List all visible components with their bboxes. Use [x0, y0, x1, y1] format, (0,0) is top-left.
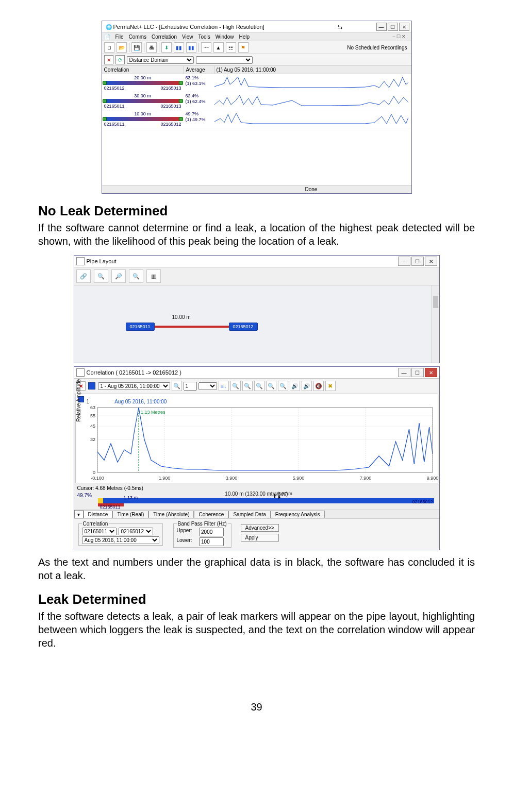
maximize-button[interactable]: ☐	[388, 23, 398, 31]
tab-frequency[interactable]: Frequency Analysis	[271, 511, 325, 518]
new-icon[interactable]: 🗋	[104, 42, 114, 53]
mdi-controls[interactable]: – ☐ ✕	[392, 34, 409, 40]
corr-date-select[interactable]: Aug 05 2016, 11:00:00	[82, 536, 159, 544]
pipe-segment	[146, 326, 234, 328]
logger-node-a[interactable]: 02165011	[126, 323, 155, 331]
para-no-leak-intro: If the software cannot determine or find…	[38, 221, 475, 248]
clear-icon[interactable]: ✖	[325, 381, 336, 391]
svg-text:-0.100: -0.100	[91, 476, 104, 481]
print-icon[interactable]: 🖶	[146, 42, 157, 53]
sound-a-icon[interactable]: 🔊	[290, 381, 300, 391]
filter-up-icon[interactable]: ▲	[213, 42, 224, 53]
menu-window[interactable]: Window	[216, 34, 234, 40]
correlation-row[interactable]: 30.00 m 02165011 02165013 62.4% (1) 62.4…	[102, 92, 411, 110]
magnifier-icon[interactable]: 🔍	[129, 269, 143, 283]
apply-button[interactable]: Apply	[241, 534, 279, 542]
correlation-list: 20.00 m 02165012 02165013 63.1% (1) 63.1…	[102, 74, 411, 185]
flag-icon[interactable]: ⚑	[238, 42, 249, 53]
download-icon[interactable]: ⬇	[161, 42, 172, 53]
filter-panel: Correlation 02165011 02165012 Aug 05 201…	[74, 518, 439, 550]
restore-button[interactable]: ☐	[411, 368, 424, 377]
link-icon[interactable]: 🔗	[76, 269, 91, 283]
svg-text:32: 32	[90, 437, 95, 442]
search-icon[interactable]: 🔍	[172, 381, 182, 391]
zoom-e-icon[interactable]: 🔍	[278, 381, 288, 391]
svg-text:1.13 Metres: 1.13 Metres	[140, 410, 165, 415]
minimize-button[interactable]: —	[398, 368, 410, 377]
close-button[interactable]: ✕	[399, 23, 409, 31]
row-avg: 63.1%	[186, 75, 211, 81]
row-logger-a: 02165011	[104, 122, 125, 127]
pipe-ruler: 49.7% 10.00 m (1320.00 mtrs/sec) 0216501…	[77, 492, 436, 510]
tab-menu-button[interactable]: ▾	[74, 510, 84, 518]
logger-a-icon[interactable]: ▮▮	[174, 42, 184, 53]
logger-node-b[interactable]: 02165012	[229, 323, 258, 331]
zoom-fit-icon[interactable]: 🔎	[111, 269, 126, 283]
correlation-row[interactable]: 20.00 m 02165012 02165013 63.1% (1) 63.1…	[102, 74, 411, 92]
row-distance: 30.00 m	[104, 93, 181, 98]
menu-correlation[interactable]: Correlation	[152, 34, 177, 40]
row-avg-sub: (1) 49.7%	[186, 117, 211, 123]
zoom-c-icon[interactable]: 🔍	[254, 381, 264, 391]
refresh-button[interactable]: ⟳	[115, 55, 125, 64]
corr-logger-a-select[interactable]: 02165011	[82, 528, 117, 535]
open-icon[interactable]: 📂	[117, 42, 127, 53]
close-button[interactable]: ✕	[425, 368, 437, 377]
wave-icon[interactable]: 〰	[201, 42, 211, 53]
menu-tools[interactable]: Tools	[198, 34, 210, 40]
titlebar[interactable]: Pipe Layout — ☐ ✕	[74, 256, 439, 267]
window-title: Correlation ( 02165011 -> 02165012 )	[87, 369, 398, 376]
lower-field[interactable]	[199, 537, 224, 546]
advanced-button[interactable]: Advanced>>	[241, 524, 279, 532]
domain-value-select[interactable]	[196, 56, 253, 64]
close-button[interactable]: ✕	[425, 257, 437, 266]
svg-text:5.900: 5.900	[292, 476, 304, 481]
zoom-icon[interactable]: 🔍	[94, 269, 108, 283]
view-tabs: ▾ Distance Time (Real) Time (Absolute) C…	[74, 510, 439, 518]
scrollbar[interactable]	[432, 285, 439, 363]
markers-icon[interactable]: ≡↓	[219, 381, 229, 391]
zoom-a-icon[interactable]: 🔍	[230, 381, 241, 391]
minimize-button[interactable]: —	[398, 257, 410, 266]
tab-time-absolute[interactable]: Time (Absolute)	[148, 511, 194, 518]
domain-select[interactable]: Distance Domain	[127, 56, 194, 64]
sound-b-icon[interactable]: 🔊	[302, 381, 312, 391]
col-correlation: Correlation	[102, 66, 184, 74]
zoom-d-icon[interactable]: 🔍	[266, 381, 276, 391]
tab-distance[interactable]: Distance	[84, 511, 113, 518]
svg-text:7.900: 7.900	[359, 476, 371, 481]
menu-comms[interactable]: Comms	[129, 34, 146, 40]
titlebar[interactable]: 🌐 PermaNet+ LLC - [Exhaustive Correlatio…	[102, 21, 411, 32]
correlation-group-label: Correlation	[82, 521, 109, 527]
correlation-chart[interactable]: 1 Aug 05 2016, 11:00:00 Relative Amplitu…	[75, 394, 438, 483]
row-avg: 49.7%	[186, 111, 211, 117]
tab-sampled-data[interactable]: Sampled Data	[228, 511, 270, 518]
series-select[interactable]: 1 - Aug 05 2016, 11:00:00	[98, 382, 170, 390]
delete-button[interactable]: ✕	[104, 55, 113, 64]
logger-b-icon[interactable]: ▮▮	[186, 42, 196, 53]
menu-file[interactable]: File	[115, 34, 124, 40]
menu-help[interactable]: Help	[239, 34, 250, 40]
menu-view[interactable]: View	[182, 34, 193, 40]
zoom-b-icon[interactable]: 🔍	[242, 381, 253, 391]
ruler-midpoint: 8.87 m	[278, 491, 292, 496]
row-avg-sub: (1) 62.4%	[186, 99, 211, 105]
titlebar[interactable]: Correlation ( 02165011 -> 02165012 ) — ☐…	[74, 367, 439, 379]
tab-coherence[interactable]: Coherence	[194, 511, 228, 518]
pipe-canvas[interactable]: 10.00 m 02165011 02165012	[74, 285, 439, 363]
save-icon[interactable]: 💾	[131, 42, 142, 53]
maximize-button[interactable]: ☐	[411, 257, 424, 266]
sound-mute-icon[interactable]: 🔇	[313, 381, 324, 391]
correlation-row[interactable]: 10.00 m 02165011 02165012 49.7% (1) 49.7…	[102, 110, 411, 128]
corr-logger-b-select[interactable]: 02165012	[119, 528, 153, 535]
minimize-button[interactable]: —	[376, 23, 387, 31]
tab-time-real[interactable]: Time (Real)	[112, 511, 148, 518]
series-sub-select[interactable]	[198, 382, 217, 390]
ruler-end-a: 02165011	[100, 504, 121, 510]
layout-icon[interactable]: ▥	[146, 269, 161, 283]
chart-icon[interactable]: ☷	[226, 42, 236, 53]
series-index-field[interactable]	[184, 382, 197, 391]
menubar: 📄 File Comms Correlation View Tools Wind…	[102, 32, 411, 41]
svg-text:1.900: 1.900	[158, 476, 170, 481]
upper-field[interactable]	[199, 528, 224, 536]
